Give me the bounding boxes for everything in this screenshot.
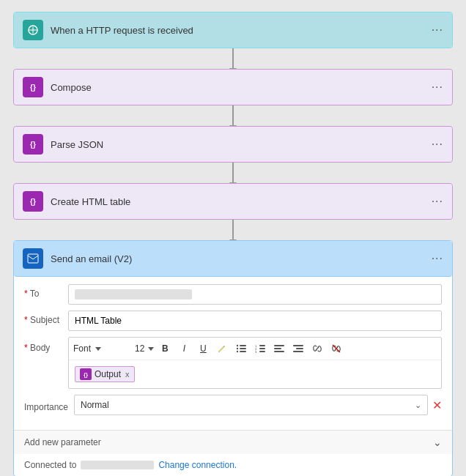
font-chevron-icon — [95, 347, 101, 351]
output-tag-label: Output — [95, 369, 121, 379]
arrow-4 — [232, 220, 234, 240]
subject-input[interactable]: HTML Table — [68, 310, 442, 331]
to-label-text: To — [30, 289, 40, 299]
step-email: Send an email (V2) ··· * To * Subject HT… — [13, 240, 453, 476]
svg-rect-19 — [296, 348, 303, 349]
body-field-row: * Body Font 12 B I — [24, 337, 442, 389]
output-tag-icon: {} — [80, 368, 92, 380]
align-left-button[interactable] — [271, 341, 287, 357]
italic-button[interactable]: I — [176, 341, 192, 357]
body-label-text: Body — [30, 343, 50, 353]
output-tag-close[interactable]: x — [125, 370, 130, 379]
importance-select[interactable]: Normal ⌄ — [74, 395, 428, 415]
htmltable-ellipsis[interactable]: ··· — [432, 195, 443, 208]
svg-point-4 — [237, 348, 238, 349]
underline-button[interactable]: U — [195, 341, 211, 357]
flow-container: When a HTTP request is received ··· {} C… — [12, 12, 454, 476]
body-required: * — [24, 343, 28, 353]
step-compose: {} Compose ··· — [13, 69, 453, 105]
svg-rect-14 — [259, 351, 265, 352]
to-input[interactable] — [68, 284, 442, 305]
http-step-title: When a HTTP request is received — [51, 25, 193, 36]
bullet-list-button[interactable] — [233, 341, 249, 357]
http-ellipsis[interactable]: ··· — [432, 23, 443, 37]
svg-rect-12 — [259, 345, 265, 346]
to-field-row: * To — [24, 284, 442, 305]
svg-rect-7 — [240, 348, 246, 349]
step-header-left-4: {} Create HTML table — [23, 191, 130, 212]
align-right-button[interactable] — [290, 341, 306, 357]
importance-label: Importance — [24, 398, 74, 412]
body-label: * Body — [24, 337, 68, 353]
email-step-title: Send an email (V2) — [51, 253, 132, 264]
step-htmltable: {} Create HTML table ··· — [13, 183, 453, 220]
compose-ellipsis[interactable]: ··· — [432, 81, 443, 94]
svg-rect-20 — [293, 351, 303, 352]
htmltable-icon: {} — [23, 191, 43, 212]
font-size-selector[interactable]: 12 — [135, 343, 154, 354]
svg-point-3 — [237, 345, 238, 346]
svg-rect-15 — [274, 345, 284, 346]
connected-row: Connected to Change connection. — [14, 454, 452, 476]
http-icon — [23, 20, 43, 40]
add-param-text: Add new parameter — [24, 437, 101, 447]
importance-chevron-icon: ⌄ — [415, 401, 421, 410]
subject-label: * Subject — [24, 310, 68, 325]
font-selector[interactable]: Font — [73, 343, 132, 354]
unlink-button[interactable] — [328, 341, 344, 357]
svg-rect-6 — [240, 345, 246, 346]
arrow-1 — [232, 48, 234, 69]
step-header-left: When a HTTP request is received — [23, 20, 193, 40]
parsejson-icon: {} — [23, 134, 43, 155]
output-tag: {} Output x — [75, 366, 135, 382]
change-connection-link[interactable]: Change connection. — [158, 460, 237, 470]
add-param-chevron-icon[interactable]: ⌄ — [433, 436, 442, 448]
to-required: * — [24, 289, 28, 299]
svg-rect-2 — [28, 254, 38, 263]
body-content[interactable]: {} Output x — [69, 360, 441, 388]
subject-required: * — [24, 315, 28, 325]
numbered-list-button[interactable]: 1. 2. 3. — [252, 341, 268, 357]
bold-button[interactable]: B — [157, 341, 173, 357]
htmltable-step-title: Create HTML table — [51, 196, 130, 207]
to-label: * To — [24, 284, 68, 299]
font-label: Font — [73, 343, 91, 354]
subject-field-row: * Subject HTML Table — [24, 310, 442, 331]
email-form: * To * Subject HTML Table * Body — [14, 277, 452, 430]
subject-label-text: Subject — [30, 315, 59, 325]
svg-point-5 — [237, 351, 238, 352]
importance-label-text: Importance — [24, 402, 68, 412]
svg-rect-18 — [293, 345, 303, 346]
svg-rect-13 — [259, 348, 265, 349]
importance-clear-button[interactable]: ✕ — [432, 398, 442, 412]
svg-line-21 — [316, 347, 319, 350]
email-icon — [23, 248, 43, 269]
font-size-label: 12 — [135, 343, 144, 354]
body-field: Font 12 B I U — [68, 337, 442, 389]
email-header-left: Send an email (V2) — [23, 248, 132, 269]
to-placeholder — [75, 289, 192, 300]
link-button[interactable] — [309, 341, 325, 357]
email-ellipsis[interactable]: ··· — [432, 252, 443, 265]
highlight-button[interactable] — [214, 341, 230, 357]
parsejson-ellipsis[interactable]: ··· — [432, 138, 443, 151]
svg-rect-17 — [274, 351, 284, 352]
parsejson-step-title: Parse JSON — [51, 139, 103, 150]
connected-account-placeholder — [81, 461, 154, 469]
connected-to-text: Connected to — [24, 460, 76, 470]
importance-field-row: Importance Normal ⌄ ✕ — [24, 395, 442, 415]
arrow-3 — [232, 163, 234, 183]
compose-icon: {} — [23, 77, 43, 97]
svg-rect-16 — [274, 348, 281, 349]
body-toolbar: Font 12 B I U — [69, 338, 441, 360]
arrow-2 — [232, 105, 234, 126]
step-header-left-3: {} Parse JSON — [23, 134, 103, 155]
importance-value: Normal — [81, 400, 109, 410]
step-http: When a HTTP request is received ··· — [13, 12, 453, 48]
step-parsejson: {} Parse JSON ··· — [13, 126, 453, 163]
compose-step-title: Compose — [51, 82, 92, 93]
add-param-row: Add new parameter ⌄ — [14, 430, 452, 454]
step-header-left-2: {} Compose — [23, 77, 92, 97]
size-chevron-icon — [148, 347, 154, 351]
svg-rect-8 — [240, 351, 246, 352]
